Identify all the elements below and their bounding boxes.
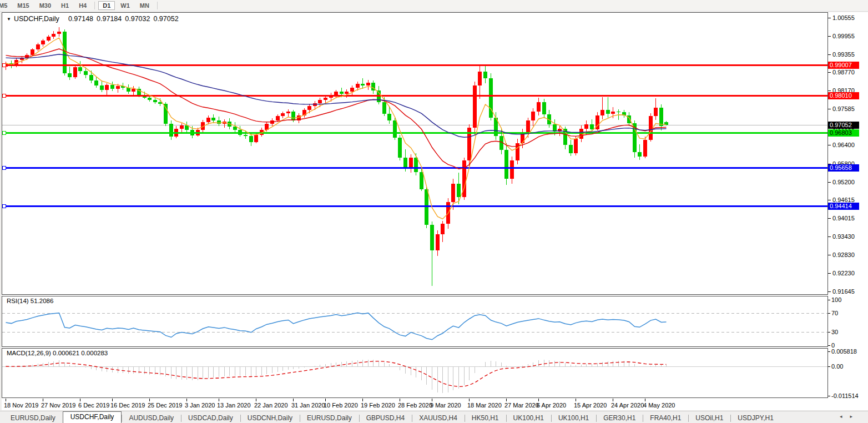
- chart-tab-usoil-h1[interactable]: USOil,H1: [688, 413, 730, 423]
- ohlc-high: 0.97184: [97, 15, 122, 23]
- candle: [73, 67, 77, 77]
- candle: [276, 116, 280, 120]
- candle: [148, 98, 152, 100]
- chart-tab-usdcad-daily[interactable]: USDCAD,Daily: [181, 413, 240, 423]
- timeframe-button-m5[interactable]: M5: [0, 1, 12, 10]
- candle: [537, 102, 541, 112]
- candle: [478, 72, 482, 85]
- candle: [649, 116, 653, 140]
- candle: [94, 80, 98, 85]
- symbol-dropdown-icon[interactable]: ▼: [7, 17, 11, 22]
- candle: [169, 124, 173, 137]
- tab-separator: [688, 415, 689, 422]
- price-axis-tick-label: 0.94015: [832, 215, 855, 222]
- chart-symbol: USDCHF,Daily: [14, 15, 59, 23]
- candle: [249, 136, 253, 142]
- line-anchor-marker[interactable]: [3, 94, 6, 98]
- candle: [569, 145, 573, 153]
- tab-scroll-left-icon[interactable]: ◂: [840, 414, 850, 419]
- candle: [600, 110, 604, 115]
- chart-tab-fra40-h1[interactable]: FRA40,H1: [643, 413, 688, 423]
- candle: [611, 112, 615, 114]
- chart-tab-audusd-daily[interactable]: AUDUSD,Daily: [122, 413, 181, 423]
- tab-scroll-right-icon[interactable]: ▸: [850, 414, 860, 419]
- line-anchor-marker[interactable]: [3, 167, 6, 170]
- candle: [47, 37, 51, 41]
- candle: [398, 138, 402, 157]
- tab-separator: [240, 415, 241, 422]
- date-axis-label: 18 Nov 2019: [4, 402, 38, 409]
- timeframe-button-m30[interactable]: M30: [35, 1, 55, 10]
- current-price-tag: 0.97052: [828, 122, 859, 129]
- line-anchor-marker[interactable]: [3, 205, 6, 208]
- chart-title: ▼USDCHF,Daily0.971480.971840.970320.9705…: [7, 15, 179, 23]
- date-axis-label: 25 Dec 2019: [148, 402, 182, 409]
- candle: [436, 234, 440, 250]
- candle: [100, 85, 104, 90]
- timeframe-button-h1[interactable]: H1: [57, 1, 73, 10]
- chart-tab-bar: EURUSD,DailyUSDCHF,DailyAUDUSD,DailyUSDC…: [0, 411, 868, 423]
- candle: [180, 125, 184, 129]
- rsi-axis-tick-label: 30: [831, 329, 838, 336]
- ohlc-open: 0.97148: [68, 15, 93, 23]
- date-axis-label: 28 Feb 2020: [398, 402, 432, 409]
- date-axis-label: 19 Feb 2020: [361, 402, 395, 409]
- macd-axis-tick-label: -0.011514: [831, 392, 859, 400]
- candle: [68, 73, 72, 77]
- rsi-axis-tick-label: 70: [831, 310, 838, 317]
- price-chart[interactable]: [0, 0, 868, 423]
- date-axis-label: 18 Mar 2020: [467, 402, 502, 409]
- candle: [318, 100, 322, 103]
- candle: [457, 184, 461, 197]
- candle: [153, 100, 157, 102]
- candle: [84, 71, 88, 75]
- chart-tab-usdjpy-h1[interactable]: USDJPY,H1: [730, 413, 780, 423]
- candle: [590, 124, 594, 129]
- line-anchor-marker[interactable]: [3, 132, 6, 135]
- price-level-tag: 0.99007: [828, 62, 859, 69]
- timeframe-button-d1[interactable]: D1: [98, 1, 115, 10]
- candle: [244, 135, 248, 136]
- price-axis-tick-label: 0.97585: [832, 105, 855, 113]
- timeframe-button-m15[interactable]: M15: [13, 1, 33, 10]
- candle: [584, 124, 588, 128]
- candle: [654, 108, 658, 116]
- date-axis-label: 31 Jan 2020: [291, 402, 325, 409]
- chart-tab-xauusd-h4[interactable]: XAUUSD,H4: [412, 413, 465, 423]
- chart-tab-hk50-h1[interactable]: HK50,H1: [465, 413, 506, 423]
- chart-tab-ger30-h1[interactable]: GER30,H1: [596, 413, 643, 423]
- candle: [617, 112, 620, 113]
- candle: [57, 32, 61, 34]
- macd-indicator-label: MACD(12,26,9) 0.000621 0.000283: [7, 350, 108, 356]
- candle: [158, 102, 162, 104]
- tab-separator: [122, 415, 122, 422]
- chart-tab-uk100-h1[interactable]: UK100,H1: [506, 413, 551, 423]
- candle: [531, 112, 535, 121]
- chart-tab-eurusd-daily[interactable]: EURUSD,Daily: [300, 413, 359, 423]
- line-anchor-marker[interactable]: [3, 64, 6, 67]
- timeframe-button-h4[interactable]: H4: [74, 1, 91, 10]
- rsi-axis-tick-label: 100: [831, 296, 841, 304]
- date-axis-label: 27 Nov 2019: [41, 402, 75, 409]
- price-axis-tick-label: 0.96400: [832, 142, 855, 149]
- chart-tab-usdcnh-daily[interactable]: USDCNH,Daily: [240, 413, 300, 423]
- timeframe-button-w1[interactable]: W1: [116, 1, 134, 10]
- macd-pane-frame: [2, 349, 828, 398]
- candle: [291, 112, 295, 121]
- timeframe-button-mn[interactable]: MN: [135, 1, 154, 10]
- date-axis-label: 10 Feb 2020: [324, 402, 358, 409]
- chart-tab-usdchf-daily[interactable]: USDCHF,Daily: [63, 411, 122, 423]
- chart-tab-uk100-h1[interactable]: UK100,H1: [551, 413, 596, 423]
- chart-tab-eurusd-daily[interactable]: EURUSD,Daily: [3, 413, 63, 423]
- candle: [105, 85, 109, 90]
- price-axis-tick-label: 0.92830: [832, 251, 855, 259]
- candle: [643, 140, 647, 157]
- price-axis-tick-label: 0.92230: [832, 270, 855, 277]
- chart-tab-gbpusd-h4[interactable]: GBPUSD,H4: [359, 413, 412, 423]
- candle: [553, 124, 557, 132]
- candle: [483, 72, 487, 79]
- macd-axis-tick-label: 0.005818: [831, 348, 857, 355]
- candle: [409, 158, 413, 169]
- candle: [510, 160, 514, 179]
- candle: [451, 184, 455, 202]
